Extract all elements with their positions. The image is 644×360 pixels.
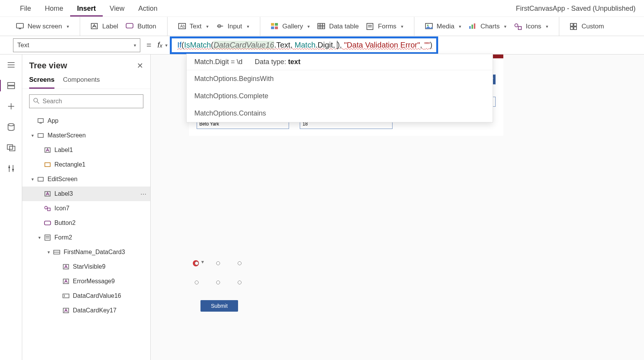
- tree-node[interactable]: DataCardValue16: [22, 289, 150, 303]
- new-screen-button[interactable]: New screen ▾: [12, 17, 73, 36]
- insert-icons-button[interactable]: Icons ▾: [510, 17, 552, 36]
- tree-node[interactable]: DataCardKey17: [22, 303, 150, 318]
- svg-rect-41: [10, 146, 15, 151]
- expand-toggle-icon[interactable]: ▾: [29, 177, 36, 182]
- menu-action[interactable]: Action: [131, 2, 164, 17]
- selected-control[interactable]: ✕ ▾: [197, 263, 240, 282]
- intellisense-option[interactable]: MatchOptions.Contains: [187, 105, 493, 122]
- media-icon: [425, 23, 433, 30]
- svg-rect-11: [271, 26, 274, 29]
- svg-rect-28: [570, 23, 573, 26]
- tree-node[interactable]: ▾MasterScreen: [22, 128, 150, 143]
- tree-search-input[interactable]: [29, 94, 143, 108]
- tree-node[interactable]: Label3⋯: [22, 187, 150, 201]
- svg-rect-27: [518, 26, 521, 30]
- app-icon: [37, 118, 44, 124]
- expand-toggle-icon[interactable]: ▾: [29, 133, 36, 138]
- label-icon: [91, 23, 99, 30]
- insert-custom-label: Custom: [582, 23, 604, 30]
- tree-node[interactable]: Button2: [22, 216, 150, 230]
- svg-rect-9: [271, 23, 274, 26]
- tree-node[interactable]: ▾FirstName_DataCard3: [22, 245, 150, 259]
- tree-node[interactable]: ErrorMessage9: [22, 274, 150, 289]
- insert-label-label: Label: [102, 23, 118, 30]
- tree-node-label: App: [48, 117, 58, 124]
- insert-forms-label: Forms: [378, 23, 396, 30]
- submit-button[interactable]: Submit: [200, 300, 238, 312]
- tree-view-title: Tree view: [29, 61, 67, 71]
- insert-button-button[interactable]: Button: [122, 17, 160, 36]
- svg-rect-56: [48, 208, 50, 211]
- insert-datatable-button[interactable]: Data table: [314, 17, 363, 36]
- svg-rect-30: [570, 27, 573, 30]
- rail-media[interactable]: [6, 143, 16, 153]
- insert-media-label: Media: [437, 23, 454, 30]
- formula-input[interactable]: If(IsMatch(DataCardValue16.Text, Match.D…: [170, 36, 438, 54]
- input-icon: [216, 23, 224, 30]
- rail-advanced[interactable]: [6, 163, 16, 173]
- tree-node-label: Label3: [54, 190, 73, 197]
- menubar: File Home Insert View Action FirstCanvas…: [0, 0, 644, 17]
- svg-rect-44: [8, 167, 10, 168]
- insert-charts-button[interactable]: Charts ▾: [465, 17, 510, 36]
- hint-left: Match.Digit = \d: [194, 58, 243, 66]
- hint-right: Data type: text: [255, 58, 301, 66]
- tree: App▾MasterScreenLabel1Rectangle1▾EditScr…: [22, 114, 150, 360]
- menu-home[interactable]: Home: [38, 2, 70, 17]
- tree-node[interactable]: Icon7: [22, 201, 150, 216]
- icons-icon: [514, 23, 522, 30]
- intellisense-option[interactable]: MatchOptions.BeginsWith: [187, 70, 493, 88]
- menu-view[interactable]: View: [103, 2, 131, 17]
- expand-toggle-icon[interactable]: ▾: [36, 235, 43, 240]
- svg-rect-57: [44, 221, 51, 225]
- svg-text:Ab: Ab: [180, 24, 185, 28]
- insert-custom-button[interactable]: Custom: [566, 17, 608, 36]
- rail-data[interactable]: [6, 122, 16, 132]
- tree-node-label: Label1: [54, 147, 73, 154]
- tree-node[interactable]: Label1: [22, 143, 150, 157]
- chevron-down-icon: ▾: [67, 24, 69, 29]
- menu-insert[interactable]: Insert: [70, 2, 103, 17]
- gallery-icon: [271, 23, 279, 30]
- svg-rect-40: [7, 145, 13, 149]
- tree-node[interactable]: StarVisible9: [22, 259, 150, 274]
- fx-button[interactable]: fx ▾: [158, 41, 170, 50]
- textinput-icon: [62, 294, 70, 298]
- insert-forms-button[interactable]: Forms ▾: [363, 17, 407, 36]
- insert-text-button[interactable]: Ab Text ▾: [174, 17, 212, 36]
- screen-icon: [37, 133, 44, 138]
- svg-rect-35: [8, 83, 15, 85]
- insert-gallery-button[interactable]: Gallery ▾: [267, 17, 314, 36]
- datacard-icon: [53, 250, 61, 254]
- svg-point-39: [8, 124, 14, 126]
- rail-hamburger[interactable]: [6, 60, 16, 70]
- tab-screens[interactable]: Screens: [29, 76, 54, 89]
- tab-components[interactable]: Components: [63, 76, 100, 89]
- svg-rect-18: [367, 23, 373, 30]
- insert-label-button[interactable]: Label: [87, 17, 122, 36]
- close-icon[interactable]: ✕: [137, 61, 143, 70]
- insert-input-label: Input: [228, 23, 242, 30]
- insert-media-button[interactable]: Media ▾: [421, 17, 465, 36]
- tree-node[interactable]: App: [22, 114, 150, 128]
- svg-rect-58: [45, 235, 50, 240]
- expand-toggle-icon[interactable]: ▾: [45, 249, 52, 255]
- chevron-down-icon: ▾: [165, 43, 168, 48]
- more-icon[interactable]: ⋯: [140, 190, 147, 198]
- form-icon: [44, 234, 51, 241]
- svg-rect-0: [16, 23, 23, 28]
- tree-node-label: Rectangle1: [54, 161, 85, 168]
- svg-line-47: [37, 102, 39, 104]
- intellisense-option[interactable]: MatchOptions.Complete: [187, 88, 493, 105]
- tree-node[interactable]: ▾EditScreen: [22, 172, 150, 187]
- tree-node[interactable]: ▾Form2: [22, 230, 150, 245]
- property-selector[interactable]: Text ▾: [13, 38, 140, 52]
- insert-input-button[interactable]: Input ▾: [212, 17, 253, 36]
- tree-node[interactable]: Rectangle1: [22, 157, 150, 172]
- rail-tree-view[interactable]: [6, 81, 16, 91]
- menu-file[interactable]: File: [13, 2, 38, 17]
- rail-insert[interactable]: [6, 101, 16, 111]
- svg-point-22: [427, 25, 429, 26]
- tree-node-label: StarVisible9: [73, 263, 105, 270]
- rect-icon: [44, 162, 51, 167]
